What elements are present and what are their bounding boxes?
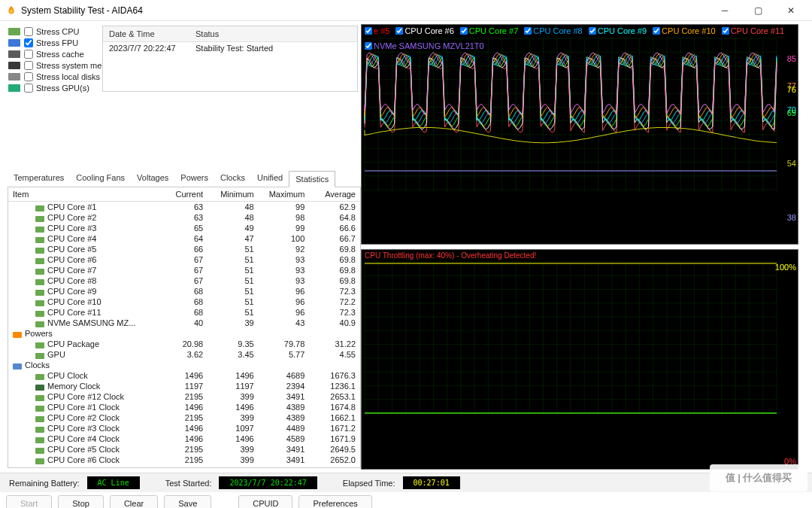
table-row[interactable]: Memory Clock1197119723941236.1 <box>8 381 360 391</box>
status-bar: Remaining Battery: AC Line Test Started:… <box>0 473 812 492</box>
legend-item[interactable]: CPU Core #8 <box>524 26 582 35</box>
save-button[interactable]: Save <box>164 495 211 508</box>
svg-rect-17 <box>35 321 44 327</box>
cpu-icon <box>35 342 44 348</box>
tab-unified[interactable]: Unified <box>251 170 289 187</box>
legend-checkbox[interactable] <box>524 27 532 35</box>
legend-checkbox[interactable] <box>460 27 468 35</box>
tab-voltages[interactable]: Voltages <box>131 170 174 187</box>
tab-temperatures[interactable]: Temperatures <box>8 170 70 187</box>
legend-checkbox[interactable] <box>395 27 403 35</box>
table-row[interactable]: Powers <box>8 328 360 339</box>
svg-rect-6 <box>35 205 44 211</box>
svg-rect-16 <box>35 311 44 317</box>
throttle-title: CPU Throttling (max: 40%) - Overheating … <box>365 251 795 260</box>
close-button[interactable]: ✕ <box>776 2 806 20</box>
tab-bar: TemperaturesCooling FansVoltagesPowersCl… <box>8 170 361 187</box>
elapsed-value: 00:27:01 <box>403 476 460 489</box>
svg-rect-25 <box>35 406 44 412</box>
temperature-chart: e #5CPU Core #6CPU Core #7CPU Core #8CPU… <box>361 24 798 245</box>
svg-rect-29 <box>35 448 44 454</box>
app-icon <box>6 5 17 16</box>
log-header-datetime: Date & Time <box>103 26 189 41</box>
cpu-icon <box>35 458 44 464</box>
cpu-icon <box>35 405 44 411</box>
legend-checkbox[interactable] <box>365 27 372 35</box>
stress-checkbox[interactable] <box>24 50 33 59</box>
legend-item[interactable]: e #5 <box>365 26 389 35</box>
table-row[interactable]: CPU Core #968519672.3 <box>8 286 360 297</box>
minimize-button[interactable]: ─ <box>710 2 740 20</box>
stress-checkbox[interactable] <box>24 61 33 70</box>
legend-item[interactable]: CPU Core #6 <box>395 26 453 35</box>
table-row[interactable]: CPU Core #566519269.8 <box>8 244 360 254</box>
table-row[interactable]: CPU Core #767519369.8 <box>8 265 360 275</box>
legend-item[interactable]: CPU Core #9 <box>589 26 647 35</box>
table-row[interactable]: NVMe SAMSUNG MZ...40394340.9 <box>8 318 360 328</box>
stress-label: Stress local disks <box>36 72 100 81</box>
preferences-button[interactable]: Preferences <box>298 495 371 508</box>
log-status: Stability Test: Started <box>189 42 279 54</box>
table-row[interactable]: CPU Clock1496149646891676.3 <box>8 370 360 381</box>
stress-checkbox[interactable] <box>24 72 33 81</box>
svg-rect-14 <box>35 290 44 296</box>
table-row[interactable]: CPU Core #5 Clock219539934912649.5 <box>8 444 360 455</box>
svg-rect-21 <box>13 364 22 370</box>
table-row[interactable]: CPU Core #2 Clock219539943891662.1 <box>8 412 360 423</box>
tab-statistics[interactable]: Statistics <box>289 171 335 187</box>
stress-checkbox[interactable] <box>24 27 33 36</box>
start-button[interactable]: Start <box>6 495 52 508</box>
table-row[interactable]: CPU Core #4644710066.7 <box>8 233 360 244</box>
table-row[interactable]: CPU Package20.989.3579.7831.22 <box>8 339 360 349</box>
table-row[interactable]: CPU Core #12 Clock219539934912653.1 <box>8 391 360 402</box>
statistics-table[interactable]: ItemCurrentMinimumMaximumAverageCPU Core… <box>8 187 361 468</box>
started-value: 2023/7/7 20:22:47 <box>219 476 317 489</box>
cpu-icon <box>35 310 44 316</box>
table-row[interactable]: CPU Core #263489864.8 <box>8 212 360 223</box>
legend-checkbox[interactable] <box>722 27 729 35</box>
clear-button[interactable]: Clear <box>110 495 158 508</box>
table-row[interactable]: CPU Core #1168519672.3 <box>8 307 360 318</box>
svg-rect-13 <box>35 279 44 285</box>
tab-clocks[interactable]: Clocks <box>214 170 251 187</box>
legend-item[interactable]: CPU Core #11 <box>722 26 785 35</box>
svg-rect-4 <box>8 73 20 81</box>
legend-label: CPU Core #6 <box>404 26 453 35</box>
svg-rect-18 <box>13 332 22 338</box>
stress-checkbox[interactable] <box>24 38 33 47</box>
cpu-icon <box>35 278 44 284</box>
table-row[interactable]: CPU Core #3 Clock1496109744891671.2 <box>8 423 360 433</box>
cpu-icon <box>35 437 44 443</box>
table-row[interactable]: CPU Core #6 Clock219539934912652.0 <box>8 455 360 465</box>
cpu-icon <box>35 205 44 211</box>
table-row[interactable]: CPU Core #7 Clock2095209534912658.1 <box>8 465 360 468</box>
table-row[interactable]: CPU Core #1 Clock1496149643891674.8 <box>8 402 360 412</box>
legend-checkbox[interactable] <box>653 27 660 35</box>
legend-item[interactable]: CPU Core #10 <box>653 26 716 35</box>
table-row[interactable]: CPU Core #867519369.8 <box>8 275 360 286</box>
cpuid-button[interactable]: CPUID <box>238 495 292 508</box>
cpu-icon <box>35 226 44 232</box>
table-row[interactable]: GPU3.623.455.774.55 <box>8 349 360 360</box>
table-row[interactable]: Clocks <box>8 360 360 370</box>
tab-powers[interactable]: Powers <box>174 170 214 187</box>
legend-item[interactable]: CPU Core #7 <box>460 26 518 35</box>
stress-checkbox[interactable] <box>24 84 33 93</box>
cpu-icon <box>35 352 44 358</box>
table-row[interactable]: CPU Core #365499966.6 <box>8 223 360 233</box>
svg-rect-12 <box>35 269 44 275</box>
cpu-icon <box>35 268 44 274</box>
table-row[interactable]: CPU Core #163489962.9 <box>8 202 360 213</box>
cpu-icon <box>35 415 44 421</box>
cpu-icon <box>35 257 44 263</box>
maximize-button[interactable]: ▢ <box>743 2 773 20</box>
table-row[interactable]: CPU Core #667519369.8 <box>8 254 360 265</box>
table-row[interactable]: CPU Core #4 Clock1496149645891671.9 <box>8 433 360 444</box>
cache-icon <box>8 50 21 59</box>
svg-rect-9 <box>35 237 44 243</box>
table-row[interactable]: CPU Core #1068519672.2 <box>8 297 360 307</box>
legend-checkbox[interactable] <box>589 27 596 35</box>
tab-cooling-fans[interactable]: Cooling Fans <box>70 170 131 187</box>
cpu-icon <box>35 289 44 295</box>
stop-button[interactable]: Stop <box>58 495 104 508</box>
